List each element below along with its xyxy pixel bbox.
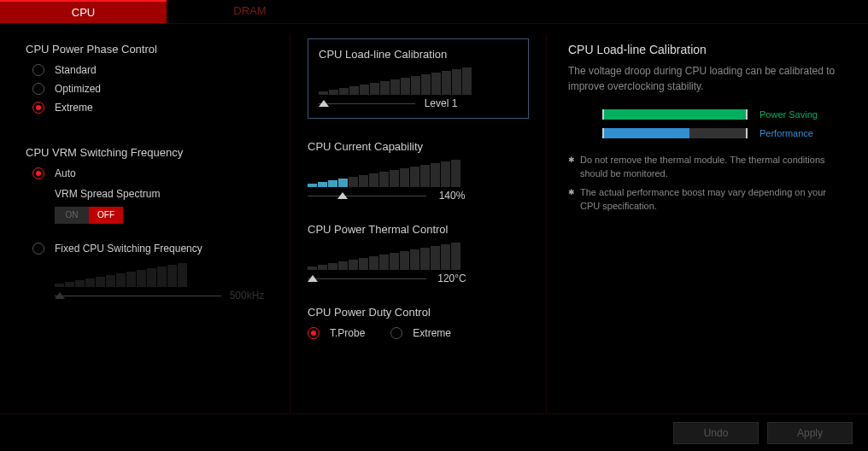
thermal-block[interactable]: CPU Power Thermal Control 120°C xyxy=(308,223,529,284)
loadline-block[interactable]: CPU Load-line Calibration Level 1 xyxy=(308,38,529,119)
radio-vrm-auto[interactable]: Auto xyxy=(32,167,273,179)
power-saving-bar: Power Saving xyxy=(602,109,847,120)
help-note: Do not remove the thermal module. The th… xyxy=(568,154,847,181)
duty-title: CPU Power Duty Control xyxy=(308,306,529,319)
slider-thumb-icon xyxy=(55,292,65,299)
radio-label: Extreme xyxy=(55,102,93,114)
help-description: The voltage droop during CPU loading can… xyxy=(568,63,847,94)
vrm-spread-label: VRM Spread Spectrum xyxy=(55,188,273,200)
radio-icon xyxy=(32,167,44,179)
radio-icon xyxy=(308,327,320,339)
slider-thumb-icon[interactable] xyxy=(319,100,329,107)
radio-label: T.Probe xyxy=(330,327,365,339)
thermal-title: CPU Power Thermal Control xyxy=(308,223,529,236)
radio-label: Extreme xyxy=(413,327,451,339)
radio-phase-optimized[interactable]: Optimized xyxy=(32,83,273,95)
undo-button[interactable]: Undo xyxy=(673,422,759,444)
apply-button[interactable]: Apply xyxy=(767,422,853,444)
radio-label: Optimized xyxy=(55,83,101,95)
current-value: 140% xyxy=(426,190,478,202)
bar-label: Performance xyxy=(760,128,813,138)
radio-icon xyxy=(32,102,44,114)
radio-icon xyxy=(32,64,44,76)
toggle-off: OFF xyxy=(89,207,123,224)
radio-duty-tprobe[interactable]: T.Probe xyxy=(308,327,365,339)
help-note: The actual performance boost may vary de… xyxy=(568,186,847,214)
radio-duty-extreme[interactable]: Extreme xyxy=(390,327,451,339)
thermal-value: 120°C xyxy=(426,272,478,284)
radio-icon xyxy=(32,243,44,255)
radio-label: Standard xyxy=(55,64,97,76)
current-block[interactable]: CPU Current Capability 140% xyxy=(308,140,529,202)
phase-control-title: CPU Power Phase Control xyxy=(26,43,273,56)
radio-icon xyxy=(32,83,44,95)
vrm-freq-slider: 500kHz xyxy=(55,261,273,302)
vrm-freq-value: 500kHz xyxy=(221,290,273,302)
toggle-on: ON xyxy=(55,207,89,224)
tab-bar: CPU DRAM xyxy=(0,0,868,24)
current-title: CPU Current Capability xyxy=(308,140,529,153)
performance-bar: Performance xyxy=(602,128,847,138)
radio-phase-extreme[interactable]: Extreme xyxy=(32,102,273,114)
tab-cpu[interactable]: CPU xyxy=(0,0,167,23)
vrm-freq-title: CPU VRM Switching Frequency xyxy=(26,146,273,159)
loadline-value: Level 1 xyxy=(415,97,466,109)
vrm-spread-toggle[interactable]: ON OFF xyxy=(55,207,123,224)
slider-thumb-icon[interactable] xyxy=(308,275,318,282)
radio-icon xyxy=(390,327,402,339)
duty-block: CPU Power Duty Control T.Probe Extreme xyxy=(308,306,529,339)
radio-vrm-fixed[interactable]: Fixed CPU Switching Frequency xyxy=(32,243,273,255)
radio-label: Fixed CPU Switching Frequency xyxy=(55,243,202,255)
loadline-title: CPU Load-line Calibration xyxy=(319,48,518,61)
tab-dram[interactable]: DRAM xyxy=(167,0,333,23)
help-title: CPU Load-line Calibration xyxy=(568,43,847,56)
slider-thumb-icon[interactable] xyxy=(337,192,348,199)
bar-label: Power Saving xyxy=(760,109,818,120)
radio-phase-standard[interactable]: Standard xyxy=(32,64,273,76)
radio-label: Auto xyxy=(55,167,76,179)
